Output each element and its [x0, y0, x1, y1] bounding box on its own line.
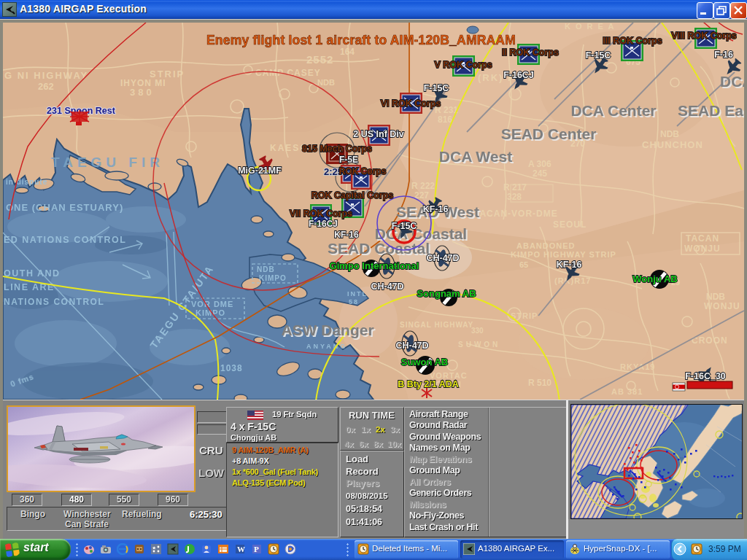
svg-text:CH-47D: CH-47D	[371, 281, 403, 292]
svg-text:CROON: CROON	[692, 335, 728, 346]
svg-text:DCA Center: DCA Center	[570, 102, 656, 119]
svg-text:in dispute: in dispute	[6, 178, 47, 186]
svg-text:328: 328	[507, 192, 522, 202]
svg-text:AB 381: AB 381	[611, 387, 643, 396]
svg-text:NATIONS CONTROL: NATIONS CONTROL	[4, 297, 104, 307]
svg-text:380: 380	[130, 87, 155, 98]
svg-text:330: 330	[471, 327, 484, 335]
svg-text:SEAD Center: SEAD Center	[501, 125, 597, 142]
svg-text:ONE (CHAN ESTUARY): ONE (CHAN ESTUARY)	[6, 202, 123, 213]
svg-text:F-15C: F-15C	[586, 50, 611, 61]
svg-text:DCA West: DCA West	[439, 148, 512, 165]
svg-text:TAEGU FIR: TAEGU FIR	[51, 155, 164, 170]
svg-text:Suwon AB: Suwon AB	[401, 357, 449, 368]
svg-text:V ROK Corps: V ROK Corps	[434, 60, 492, 70]
svg-text:2552: 2552	[306, 53, 333, 66]
svg-text:262: 262	[38, 81, 54, 92]
svg-text:F-15C: F-15C	[392, 221, 417, 231]
svg-text:P: P	[254, 545, 259, 553]
svg-text:DCA: DCA	[720, 73, 744, 90]
svg-text:NDB: NDB	[706, 292, 725, 302]
svg-text:F-16: F-16	[714, 50, 733, 60]
svg-text:KIMPO HIGHWAY STRIP: KIMPO HIGHWAY STRIP	[511, 250, 616, 259]
svg-text:KF-16: KF-16	[334, 230, 359, 240]
svg-text:(RK)R17: (RK)R17	[554, 276, 591, 285]
svg-text:CHUNCHON: CHUNCHON	[642, 139, 703, 150]
svg-text:VOR DME: VOR DME	[191, 300, 233, 308]
svg-text:ABANDONED: ABANDONED	[516, 241, 576, 250]
svg-text:NDB: NDB	[317, 78, 335, 87]
svg-text:SEAD Eas: SEAD Eas	[678, 102, 744, 119]
svg-text:CAMP CASEY: CAMP CASEY	[255, 68, 321, 78]
svg-text:WONJU: WONJU	[704, 301, 740, 311]
svg-text:ASW Danger: ASW Danger	[281, 322, 374, 338]
svg-text:R 510: R 510	[528, 378, 551, 388]
svg-text:KF-16: KF-16	[423, 204, 449, 214]
svg-text:164: 164	[340, 47, 355, 57]
svg-text:ED NATIONS CONTROL: ED NATIONS CONTROL	[4, 235, 126, 245]
svg-text:III ROK Corps: III ROK Corps	[603, 36, 662, 46]
svg-text:KF-16: KF-16	[557, 260, 582, 270]
svg-text:B Bty 2/1 ADA: B Bty 2/1 ADA	[398, 379, 459, 389]
svg-text:MiG-21MF: MiG-21MF	[238, 166, 282, 176]
svg-text:VIII ROK Corps: VIII ROK Corps	[671, 31, 737, 41]
svg-text:65: 65	[519, 260, 528, 269]
svg-text:A 306: A 306	[528, 159, 551, 169]
svg-text:1038: 1038	[220, 363, 243, 373]
svg-text:WONJU: WONJU	[684, 244, 721, 254]
svg-text:Gimpo International: Gimpo International	[330, 260, 419, 271]
svg-text:K O R E A: K O R E A	[565, 23, 616, 31]
svg-text:R 222: R 222	[411, 181, 435, 191]
svg-text:Songnam AB: Songnam AB	[417, 288, 476, 299]
svg-text:F-16CJ: F-16CJ	[503, 70, 534, 80]
svg-text:VII ROK Corps: VII ROK Corps	[290, 209, 352, 219]
svg-text:Enemy flight lost 1 aircraft t: Enemy flight lost 1 aircraft to AIM-120B…	[206, 33, 516, 47]
svg-text:SEOUL: SEOUL	[553, 219, 587, 230]
svg-text:SINGAL HIGHWAY: SINGAL HIGHWAY	[400, 321, 473, 329]
svg-text:SUWON: SUWON	[458, 341, 500, 349]
svg-text:TACAN-VOR-DME: TACAN-VOR-DME	[474, 209, 558, 219]
svg-text:II ROK Corps: II ROK Corps	[502, 47, 559, 58]
svg-text:G NI HIGHWAY: G NI HIGHWAY	[4, 70, 88, 81]
svg-text:816: 816	[438, 114, 452, 125]
svg-text:RKYA19: RKYA19	[620, 362, 655, 371]
svg-text:W: W	[237, 545, 245, 553]
svg-text:245: 245	[533, 168, 547, 179]
svg-text:KIMPO: KIMPO	[259, 274, 287, 282]
svg-text:CH-47D: CH-47D	[426, 253, 459, 263]
svg-text:CH-47D: CH-47D	[395, 341, 428, 351]
svg-text:NDB: NDB	[660, 129, 679, 139]
svg-text:815 Mech Corps: 815 Mech Corps	[302, 144, 372, 154]
svg-text:R 217: R 217	[503, 182, 527, 192]
svg-text:OUTH AND: OUTH AND	[4, 268, 61, 279]
svg-text:VI ROK Corps: VI ROK Corps	[381, 98, 441, 109]
svg-text:KIMPO: KIMPO	[196, 308, 225, 317]
svg-text:ROK Corps: ROK Corps	[339, 166, 387, 176]
svg-text:2 US Inf Div: 2 US Inf Div	[353, 129, 404, 139]
svg-text:F-16C_30: F-16C_30	[685, 371, 726, 381]
svg-text:TACAN: TACAN	[686, 233, 719, 244]
svg-text:NDB: NDB	[257, 265, 275, 273]
svg-text:F-15C: F-15C	[424, 83, 449, 93]
svg-text:F-16CJ: F-16CJ	[309, 219, 338, 229]
svg-text:Wonju AB: Wonju AB	[632, 273, 677, 284]
svg-text:ANYANG: ANYANG	[306, 343, 347, 350]
svg-text:ROK Capital Corps: ROK Capital Corps	[311, 190, 394, 201]
svg-text:INTL: INTL	[347, 290, 368, 298]
svg-text:58: 58	[349, 298, 359, 306]
